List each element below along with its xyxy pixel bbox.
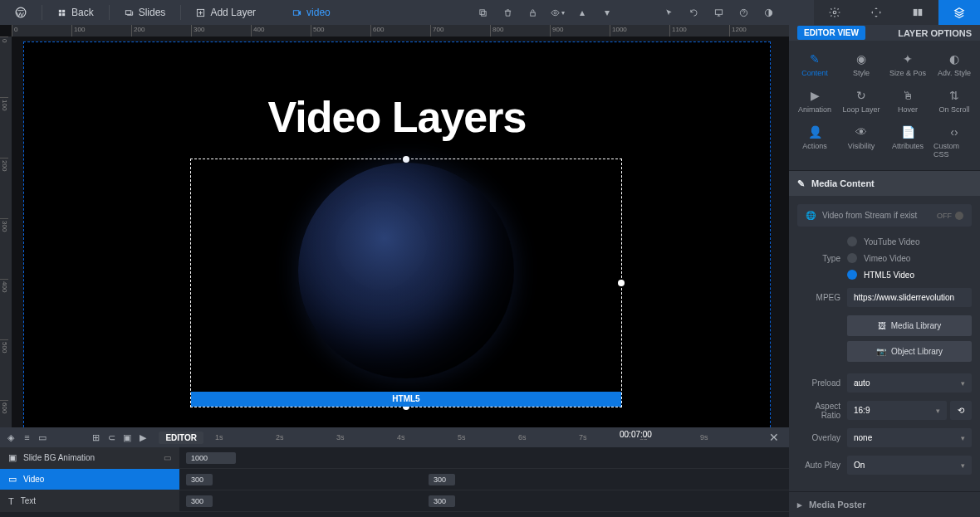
radio-youtube-video[interactable]: YouTube Video: [847, 237, 972, 246]
inspector-tab-style[interactable]: ◉Style: [839, 47, 884, 82]
copy-icon[interactable]: [472, 2, 493, 23]
move-up-icon[interactable]: ▴: [571, 2, 593, 23]
move-tab[interactable]: [855, 0, 897, 25]
preview-icon[interactable]: [708, 2, 729, 23]
back-button[interactable]: Back: [49, 3, 102, 22]
wordpress-icon[interactable]: [7, 3, 35, 22]
svg-rect-17: [919, 9, 923, 16]
svg-point-0: [16, 7, 26, 17]
lock-icon[interactable]: [522, 2, 543, 23]
svg-rect-10: [530, 12, 535, 16]
timeline-close-icon[interactable]: ✕: [764, 431, 784, 444]
inspector-category-grid: ✎Content◉Style✦Size & Pos◐Adv. Style▶Ani…: [789, 41, 980, 170]
slide-canvas[interactable]: Video Layers HTML5: [23, 41, 771, 427]
right-inspector-panel: EDITOR VIEW LAYER OPTIONS ✎Content◉Style…: [789, 25, 980, 517]
resize-handle-right[interactable]: [618, 280, 625, 286]
layers-tab[interactable]: [938, 0, 980, 25]
tl-play-icon[interactable]: ▶: [136, 428, 149, 446]
columns-tab[interactable]: [897, 0, 938, 25]
type-label: Type: [797, 254, 847, 263]
media-poster-header[interactable]: ▸Media Poster: [789, 492, 980, 517]
tl-layers-icon[interactable]: ◈: [5, 428, 17, 446]
help-icon[interactable]: [733, 2, 754, 23]
inspector-tab-hover[interactable]: 🖱Hover: [885, 84, 930, 119]
inspector-tab-size-pos[interactable]: ✦Size & Pos: [885, 47, 930, 82]
delete-icon[interactable]: [497, 2, 518, 23]
inspector-tab-on-scroll[interactable]: ⇅On Scroll: [932, 84, 977, 119]
move-down-icon[interactable]: ▾: [596, 2, 618, 23]
autoplay-label: Auto Play: [797, 461, 847, 470]
timeline-rows: ▣Slide BG Animation▭1000▭Video300300TTex…: [0, 447, 789, 512]
svg-rect-2: [62, 9, 65, 12]
svg-rect-12: [715, 9, 722, 14]
inspector-tab-attributes[interactable]: 📄Attributes: [885, 120, 930, 163]
resize-handle-top[interactable]: [403, 156, 409, 163]
pointer-icon[interactable]: [658, 2, 679, 23]
media-content-header[interactable]: ✎Media Content: [789, 171, 980, 196]
object-library-button[interactable]: 📷Object Library: [847, 341, 972, 362]
aspect-select[interactable]: 16:9▾: [847, 401, 947, 420]
contrast-icon[interactable]: [757, 2, 779, 23]
aspect-lock-icon[interactable]: ⟲: [950, 401, 972, 420]
add-layer-button[interactable]: Add Layer: [188, 3, 264, 22]
media-library-button[interactable]: 🖼Media Library: [847, 315, 972, 336]
svg-point-15: [833, 11, 836, 14]
inspector-tab-actions[interactable]: 👤Actions: [792, 120, 837, 163]
svg-rect-9: [481, 11, 486, 16]
svg-rect-1: [59, 9, 61, 12]
inspector-tab-custom-css[interactable]: ‹›Custom CSS: [932, 120, 977, 163]
autoplay-select[interactable]: On▾: [847, 456, 972, 475]
svg-rect-5: [125, 10, 130, 14]
preload-select[interactable]: auto▾: [847, 373, 972, 393]
panel-mode-tabs: EDITOR VIEW LAYER OPTIONS: [789, 25, 980, 41]
horizontal-ruler: 0100200300400500600700800900100011001200: [12, 25, 789, 37]
radio-vimeo-video[interactable]: Vimeo Video: [847, 253, 972, 263]
svg-rect-8: [479, 9, 484, 14]
selected-video-layer[interactable]: HTML5: [190, 159, 622, 407]
undo-icon[interactable]: [683, 2, 704, 23]
tl-editor-badge[interactable]: EDITOR: [159, 432, 203, 444]
timeline-row[interactable]: ▣Slide BG Animation▭1000: [0, 447, 789, 469]
timeline-ruler[interactable]: 1s2s3s4s5s6s7s8s9s: [207, 433, 761, 441]
preload-label: Preload: [797, 378, 847, 388]
right-panel-tabs: [814, 0, 980, 25]
current-layer-indicator: video: [292, 7, 331, 18]
layer-type-caption: HTML5: [191, 392, 621, 407]
svg-rect-4: [62, 12, 65, 15]
layer-options-tab[interactable]: LAYER OPTIONS: [898, 28, 972, 38]
gear-tab[interactable]: [814, 0, 855, 25]
mpeg-input[interactable]: [847, 288, 972, 307]
inspector-tab-content[interactable]: ✎Content: [792, 47, 837, 82]
tl-frame-icon[interactable]: ▣: [121, 428, 134, 446]
svg-rect-7: [293, 10, 298, 15]
video-preview-earth: [298, 163, 514, 378]
timeline-toolbar: ◈ ≡ ▭ ⊞ ⊂ ▣ ▶ EDITOR 1s2s3s4s5s6s7s8s9s …: [0, 427, 789, 447]
inspector-tab-animation[interactable]: ▶Animation: [792, 84, 837, 119]
timeline-row[interactable]: ▭Video300300: [0, 469, 789, 490]
radio-html-video[interactable]: HTML5 Video: [847, 270, 972, 280]
timeline-panel: ◈ ≡ ▭ ⊞ ⊂ ▣ ▶ EDITOR 1s2s3s4s5s6s7s8s9s …: [0, 427, 789, 517]
tl-list-icon[interactable]: ≡: [21, 428, 33, 446]
inspector-tab-visibility[interactable]: 👁Visibility: [839, 120, 884, 163]
tl-magnet-icon[interactable]: ⊂: [105, 428, 118, 446]
editor-view-badge[interactable]: EDITOR VIEW: [797, 26, 865, 40]
visibility-icon[interactable]: ▾: [546, 2, 568, 23]
inspector-tab-adv-style[interactable]: ◐Adv. Style: [932, 47, 977, 82]
svg-rect-16: [914, 9, 918, 16]
overlay-select[interactable]: none▾: [847, 428, 972, 447]
slides-button[interactable]: Slides: [116, 3, 174, 22]
mpeg-label: MPEG: [797, 293, 847, 302]
vertical-ruler: 0100200300400500600: [0, 37, 12, 427]
timeline-row[interactable]: TText300300: [0, 490, 789, 512]
inspector-tab-loop-layer[interactable]: ↻Loop Layer: [839, 84, 884, 119]
text-layer[interactable]: Video Layers: [268, 92, 527, 142]
canvas-area: 0100200300400500600700800900100011001200…: [0, 25, 789, 427]
globe-icon: 🌐: [806, 211, 816, 220]
svg-point-11: [554, 12, 556, 14]
svg-rect-3: [59, 12, 61, 15]
tl-grid-icon[interactable]: ⊞: [90, 428, 102, 446]
tl-folder-icon[interactable]: ▭: [37, 428, 49, 446]
stream-toggle-row[interactable]: 🌐 Video from Stream if exist OFF: [797, 204, 972, 227]
timeline-cursor-time: 00:07:00: [616, 430, 655, 439]
off-toggle[interactable]: OFF: [937, 212, 963, 220]
